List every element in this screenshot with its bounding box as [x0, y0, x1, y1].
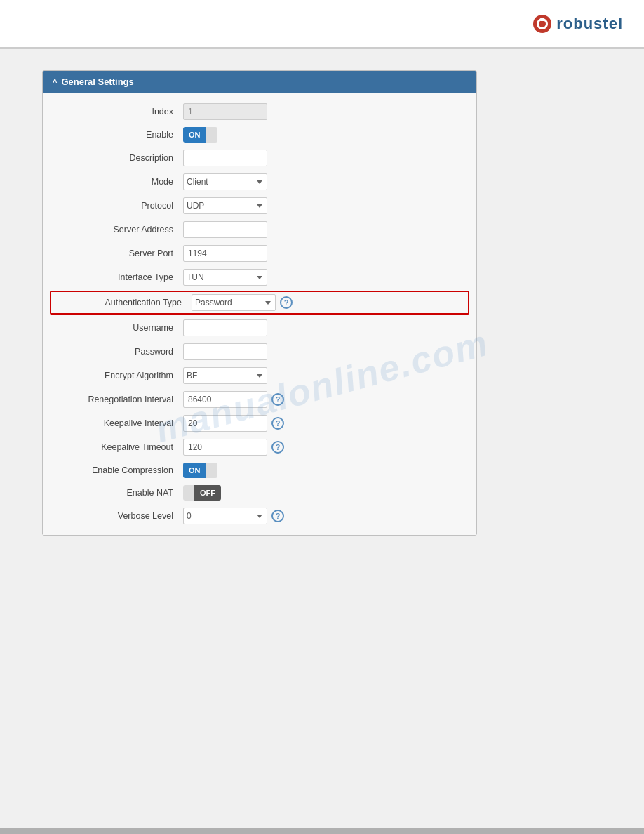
reneg-interval-label: Renegotiation Interval — [43, 395, 183, 404]
compression-toggle-inactive — [206, 463, 217, 478]
index-control — [183, 103, 462, 120]
keepalive-interval-row: Keepalive Interval ? — [43, 411, 476, 435]
verbose-level-label: Verbose Level — [43, 511, 183, 521]
keepalive-timeout-input[interactable] — [183, 439, 267, 456]
protocol-control: UDP TCP — [183, 197, 462, 214]
general-settings-panel: ^ General Settings Index Enable ON — [42, 70, 477, 536]
reneg-interval-input[interactable] — [183, 391, 267, 408]
encrypt-algo-control: BF AES-128-CBC AES-192-CBC AES-256-CBC D… — [183, 367, 462, 384]
password-control — [183, 343, 462, 360]
server-address-label: Server Address — [43, 225, 183, 234]
enable-nat-control: OFF — [183, 485, 462, 501]
username-row: Username — [43, 316, 476, 340]
enable-nat-toggle[interactable]: OFF — [183, 485, 221, 501]
panel-header: ^ General Settings — [43, 71, 476, 93]
interface-type-row: Interface Type TUN TAP — [43, 265, 476, 289]
keepalive-timeout-control: ? — [183, 439, 462, 456]
description-control — [183, 150, 462, 166]
nat-toggle-inactive — [183, 485, 194, 501]
description-row: Description — [43, 146, 476, 170]
protocol-label: Protocol — [43, 201, 183, 211]
verbose-level-control: 0 1 2 3 4 5 6 ? — [183, 508, 462, 524]
mode-row: Mode Client Server — [43, 170, 476, 194]
keepalive-interval-help-icon[interactable]: ? — [271, 417, 284, 430]
keepalive-timeout-row: Keepalive Timeout ? — [43, 435, 476, 459]
interface-type-select[interactable]: TUN TAP — [183, 269, 267, 286]
svg-rect-3 — [540, 18, 544, 21]
password-input[interactable] — [183, 343, 267, 360]
username-input[interactable] — [183, 319, 267, 336]
protocol-select[interactable]: UDP TCP — [183, 197, 267, 214]
compression-toggle-on[interactable]: ON — [183, 463, 206, 478]
logo-area: robustel — [532, 14, 623, 34]
keepalive-interval-control: ? — [183, 415, 462, 432]
mode-select[interactable]: Client Server — [183, 173, 267, 190]
reneg-interval-row: Renegotiation Interval ? — [43, 388, 476, 411]
enable-nat-row: Enable NAT OFF — [43, 482, 476, 504]
password-label: Password — [43, 347, 183, 357]
enable-compression-row: Enable Compression ON — [43, 459, 476, 482]
auth-type-control: Password Certificate Static Key ? — [192, 294, 461, 311]
svg-point-2 — [539, 20, 546, 27]
reneg-interval-help-icon[interactable]: ? — [271, 393, 284, 406]
password-row: Password — [43, 340, 476, 364]
encrypt-algo-row: Encrypt Algorithm BF AES-128-CBC AES-192… — [43, 364, 476, 388]
nat-toggle-off[interactable]: OFF — [194, 485, 221, 501]
keepalive-interval-input[interactable] — [183, 415, 267, 432]
auth-type-label: Authentication Type — [51, 298, 192, 307]
enable-nat-label: Enable NAT — [43, 488, 183, 498]
protocol-row: Protocol UDP TCP — [43, 194, 476, 218]
verbose-level-select[interactable]: 0 1 2 3 4 5 6 — [183, 508, 267, 524]
enable-label: Enable — [43, 130, 183, 140]
index-label: Index — [43, 107, 183, 117]
index-row: Index — [43, 100, 476, 124]
interface-type-label: Interface Type — [43, 272, 183, 282]
enable-row: Enable ON — [43, 124, 476, 146]
robustel-logo-icon — [532, 14, 552, 34]
keepalive-timeout-help-icon[interactable]: ? — [271, 441, 284, 454]
enable-control: ON — [183, 127, 462, 143]
toggle-on-part[interactable]: ON — [183, 127, 206, 143]
auth-type-row: Authentication Type Password Certificate… — [50, 291, 469, 315]
verbose-level-help-icon[interactable]: ? — [271, 510, 284, 522]
enable-toggle[interactable]: ON — [183, 127, 217, 143]
server-port-label: Server Port — [43, 249, 183, 258]
description-label: Description — [43, 153, 183, 163]
mode-control: Client Server — [183, 173, 462, 190]
enable-compression-label: Enable Compression — [43, 465, 183, 475]
encrypt-algo-label: Encrypt Algorithm — [43, 371, 183, 380]
server-address-input[interactable] — [183, 221, 267, 238]
enable-compression-toggle[interactable]: ON — [183, 463, 217, 478]
encrypt-algo-select[interactable]: BF AES-128-CBC AES-192-CBC AES-256-CBC D… — [183, 367, 267, 384]
index-input — [183, 103, 267, 120]
header: robustel — [0, 0, 644, 49]
enable-compression-control: ON — [183, 463, 462, 478]
description-input[interactable] — [183, 150, 267, 166]
main-content: ^ General Settings Index Enable ON — [0, 49, 644, 557]
auth-type-select[interactable]: Password Certificate Static Key — [192, 294, 276, 311]
page-wrapper: robustel ^ General Settings Index E — [0, 0, 644, 834]
server-address-control — [183, 221, 462, 238]
server-port-input[interactable] — [183, 245, 267, 262]
mode-label: Mode — [43, 177, 183, 187]
panel-title: General Settings — [61, 77, 133, 87]
toggle-inactive-part — [206, 127, 217, 143]
panel-body: Index Enable ON — [43, 93, 476, 535]
auth-type-help-icon[interactable]: ? — [280, 296, 293, 309]
logo-text: robustel — [556, 15, 623, 33]
keepalive-timeout-label: Keepalive Timeout — [43, 442, 183, 452]
server-port-control — [183, 245, 462, 262]
verbose-level-row: Verbose Level 0 1 2 3 4 5 6 ? — [43, 504, 476, 528]
reneg-interval-control: ? — [183, 391, 462, 408]
panel-collapse-arrow[interactable]: ^ — [53, 78, 57, 86]
footer — [0, 828, 644, 834]
username-control — [183, 319, 462, 336]
keepalive-interval-label: Keepalive Interval — [43, 418, 183, 428]
server-address-row: Server Address — [43, 218, 476, 241]
username-label: Username — [43, 323, 183, 333]
interface-type-control: TUN TAP — [183, 269, 462, 286]
server-port-row: Server Port — [43, 241, 476, 265]
